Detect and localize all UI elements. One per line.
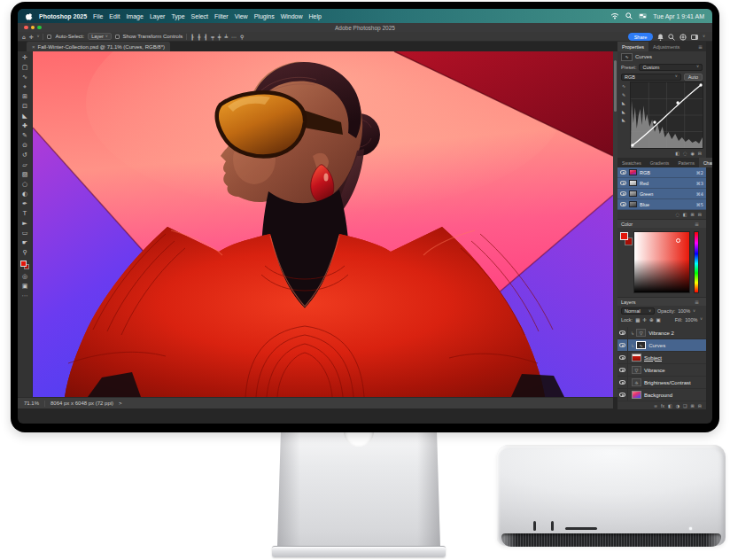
visibility-eye-icon[interactable] — [619, 355, 625, 360]
hue-slider[interactable] — [694, 231, 699, 293]
menu-clock[interactable]: Tue Apr 1 9:41 AM — [653, 13, 704, 19]
scrollbar-thumb[interactable] — [614, 60, 617, 112]
pen-tool-icon[interactable]: ✒ — [22, 199, 27, 209]
close-window-button[interactable] — [24, 26, 28, 30]
align-top-icon[interactable]: ┯ — [211, 34, 214, 40]
lock-position-icon[interactable]: ✛ — [642, 317, 647, 323]
link-layers-icon[interactable]: ∞ — [654, 403, 657, 408]
visibility-eye-icon[interactable] — [619, 393, 625, 397]
channel-row-red[interactable]: Red ⌘3 — [617, 178, 706, 189]
channel-dropdown[interactable]: RGB˅ — [621, 74, 681, 81]
zoom-level[interactable]: 71.1% — [24, 401, 39, 406]
auto-button[interactable]: Auto — [684, 74, 703, 81]
workspace-switcher-icon[interactable] — [691, 35, 698, 40]
eraser-tool-icon[interactable]: ▱ — [22, 160, 27, 170]
visibility-eye-icon[interactable] — [620, 202, 626, 206]
load-selection-icon[interactable]: ◌ — [675, 212, 679, 217]
search-icon[interactable] — [668, 34, 675, 41]
layer-thumbnail[interactable] — [632, 391, 641, 399]
type-tool-icon[interactable]: T — [23, 209, 27, 219]
foreground-color[interactable] — [20, 261, 27, 267]
align-middle-icon[interactable]: ┿ — [218, 34, 221, 40]
lock-all-icon[interactable]: ▣ — [656, 317, 661, 323]
fill-value[interactable]: 100% — [685, 317, 697, 323]
status-chevron-icon[interactable]: > — [119, 401, 122, 406]
tab-patterns[interactable]: Patterns — [673, 158, 699, 167]
channel-row-green[interactable]: Green ⌘4 — [617, 189, 706, 199]
blur-tool-icon[interactable]: ○ — [22, 180, 27, 190]
tab-swatches[interactable]: Swatches — [617, 158, 646, 167]
menu-item-window[interactable]: Window — [281, 13, 303, 19]
visibility-eye-icon[interactable] — [619, 343, 625, 347]
chevron-down-icon[interactable]: ˅ — [703, 35, 705, 39]
hand-tool-icon[interactable]: ☛ — [22, 238, 27, 248]
saturation-brightness-field[interactable] — [633, 231, 690, 293]
auto-select-dropdown[interactable]: Layer˅ — [88, 33, 111, 40]
layers-panel-header[interactable]: Layers ≡ — [617, 297, 706, 306]
panel-menu-icon[interactable]: ≡ — [695, 221, 703, 227]
tab-channels[interactable]: Channels — [699, 158, 712, 167]
layer-row-brightness-contrast[interactable]: ☼ Brightness/Contrast — [617, 377, 706, 389]
layer-group-icon[interactable]: ❑ — [683, 403, 687, 408]
layer-mask-icon[interactable]: ◧ — [668, 403, 672, 408]
zoom-tool-icon[interactable]: ⚲ — [22, 248, 27, 258]
layer-thumbnail[interactable] — [632, 354, 641, 362]
blend-mode-dropdown[interactable]: Normal˅ — [621, 307, 655, 315]
reset-adjustment-icon[interactable]: ◌ — [683, 151, 687, 156]
curve-draw-icon[interactable]: ✎ — [622, 92, 625, 97]
delete-channel-icon[interactable]: ⊟ — [698, 212, 702, 217]
healing-brush-tool-icon[interactable]: ✚ — [22, 121, 27, 131]
channel-row-blue[interactable]: Blue ⌘5 — [617, 199, 706, 210]
dodge-tool-icon[interactable]: ◐ — [22, 190, 27, 199]
layer-effects-icon[interactable]: fx — [661, 403, 664, 408]
menu-item-image[interactable]: Image — [126, 13, 143, 19]
visibility-eye-icon[interactable] — [619, 368, 625, 372]
tab-gradients[interactable]: Gradients — [646, 158, 674, 167]
more-options-icon[interactable]: ⋯ — [231, 34, 237, 40]
visibility-eye-icon[interactable] — [620, 181, 626, 185]
delete-adjustment-icon[interactable]: ⊟ — [698, 151, 702, 156]
black-point-eyedropper-icon[interactable]: ◣ — [622, 100, 625, 105]
layer-row-vibrance[interactable]: ▽ Vibrance — [617, 364, 706, 377]
quick-mask-icon[interactable]: ◎ — [22, 272, 27, 282]
color-picker-ring[interactable] — [676, 238, 680, 243]
marquee-tool-icon[interactable]: ▢ — [22, 63, 28, 73]
visibility-eye-icon[interactable] — [620, 170, 626, 175]
path-select-tool-icon[interactable]: ► — [22, 219, 27, 229]
menu-item-file[interactable]: File — [93, 13, 103, 19]
align-bottom-icon[interactable]: ┷ — [224, 34, 228, 40]
auto-select-checkbox[interactable] — [47, 35, 51, 39]
gray-point-eyedropper-icon[interactable]: ◣ — [622, 109, 625, 114]
layer-row-vibrance-2[interactable]: ↳ ▽ Vibrance 2 — [617, 327, 706, 339]
object-selection-tool-icon[interactable]: ⌖ — [23, 82, 27, 92]
foreground-color-swatch[interactable] — [620, 232, 628, 240]
opacity-value[interactable]: 100% — [678, 308, 690, 314]
clip-adjustment-icon[interactable]: ◧ — [675, 151, 680, 156]
shape-tool-icon[interactable]: ▭ — [22, 229, 28, 238]
curves-graph[interactable] — [630, 82, 703, 149]
menu-item-select[interactable]: Select — [191, 13, 208, 19]
document-tab[interactable]: × Fall-Winter-Collection.psd @ 71.1% (Cu… — [27, 42, 170, 51]
visibility-icon[interactable]: ◉ — [690, 151, 694, 156]
panel-menu-icon[interactable]: ≡ — [698, 42, 706, 51]
apple-logo-icon[interactable] — [26, 12, 33, 20]
layer-row-subject[interactable]: Subject — [617, 352, 706, 364]
panel-menu-icon[interactable]: ≡ — [695, 299, 703, 305]
close-tab-icon[interactable]: × — [32, 44, 35, 50]
align-center-icon[interactable]: ╂ — [198, 34, 201, 40]
show-transform-checkbox[interactable] — [115, 35, 120, 39]
save-selection-icon[interactable]: ◧ — [683, 212, 687, 217]
brush-tool-icon[interactable]: ✎ — [22, 131, 27, 141]
frame-tool-icon[interactable]: ⊡ — [22, 102, 27, 112]
visibility-eye-icon[interactable] — [620, 191, 626, 196]
menu-app-name[interactable]: Photoshop 2025 — [39, 13, 87, 19]
align-right-icon[interactable]: ┨ — [205, 34, 208, 40]
tab-properties[interactable]: Properties — [617, 42, 648, 51]
eyedropper-tool-icon[interactable]: ◣ — [22, 112, 27, 121]
menu-item-type[interactable]: Type — [171, 13, 184, 19]
lasso-tool-icon[interactable]: ∿ — [22, 73, 27, 82]
preset-dropdown[interactable]: Custom˅ — [639, 64, 703, 71]
share-button[interactable]: Share — [628, 33, 654, 41]
clone-stamp-tool-icon[interactable]: ⊙ — [22, 141, 27, 151]
tab-adjustments[interactable]: Adjustments — [648, 42, 684, 51]
